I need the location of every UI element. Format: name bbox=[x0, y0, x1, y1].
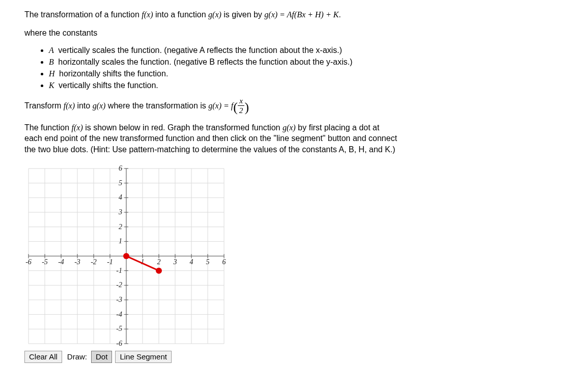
svg-text:-6: -6 bbox=[25, 258, 32, 266]
svg-text:-4: -4 bbox=[116, 310, 122, 318]
math-fx: f(x) bbox=[142, 10, 153, 19]
close-paren-icon: ) bbox=[244, 100, 249, 115]
clear-all-button[interactable]: Clear All bbox=[24, 351, 62, 363]
fraction-den: 2 bbox=[238, 106, 245, 114]
svg-text:1: 1 bbox=[119, 237, 122, 245]
svg-text:3: 3 bbox=[118, 208, 122, 216]
text: vertically scales the function. (negativ… bbox=[56, 46, 342, 54]
svg-point-78 bbox=[156, 267, 162, 273]
intro-paragraph: The transformation of a function f(x) in… bbox=[24, 9, 534, 20]
text: is given by bbox=[221, 10, 264, 19]
list-item: A vertically scales the function. (negat… bbox=[49, 45, 534, 56]
text: horizontally scales the function. (negat… bbox=[56, 58, 353, 66]
text: The function bbox=[24, 123, 72, 132]
var-H: H bbox=[49, 69, 55, 78]
text: into a function bbox=[153, 10, 209, 19]
svg-text:4: 4 bbox=[119, 193, 122, 201]
list-item: B horizontally scales the function. (neg… bbox=[49, 57, 534, 68]
list-item: K vertically shifts the function. bbox=[49, 80, 534, 91]
transform-paragraph: Transform f(x) into g(x) where the trans… bbox=[24, 98, 534, 115]
where-label: where the constants bbox=[24, 27, 534, 39]
text: horizontally shifts the function. bbox=[57, 69, 169, 78]
fraction: x2 bbox=[238, 97, 245, 114]
svg-text:-5: -5 bbox=[116, 325, 122, 332]
svg-text:4: 4 bbox=[190, 258, 193, 266]
text: the two blue dots. (Hint: Use pattern-ma… bbox=[24, 145, 395, 154]
list-item: H horizontally shifts the function. bbox=[49, 69, 534, 79]
text: vertically shifts the function. bbox=[57, 81, 158, 90]
text: into bbox=[75, 101, 93, 110]
math-gx: g(x) bbox=[283, 123, 296, 132]
svg-text:-3: -3 bbox=[74, 258, 80, 266]
svg-text:-6: -6 bbox=[116, 340, 122, 347]
svg-text:-4: -4 bbox=[58, 258, 64, 266]
instructions-paragraph: The function f(x) is shown below in red.… bbox=[24, 122, 534, 155]
math-gx: g(x) bbox=[93, 101, 106, 110]
math-equation: g(x) = Af(Bx + H) + K bbox=[264, 10, 339, 19]
svg-text:-1: -1 bbox=[107, 258, 113, 266]
svg-text:-5: -5 bbox=[42, 258, 48, 266]
dot-tool-button[interactable]: Dot bbox=[91, 351, 112, 363]
svg-text:-1: -1 bbox=[116, 266, 122, 274]
svg-text:2: 2 bbox=[119, 222, 122, 230]
text: is shown below in red. Graph the transfo… bbox=[83, 123, 283, 132]
var-A: A bbox=[49, 46, 54, 54]
math-fx: f(x) bbox=[72, 123, 83, 132]
svg-text:6: 6 bbox=[119, 164, 122, 172]
math-gx: g(x) bbox=[208, 10, 221, 19]
math-lhs: g(x) = f bbox=[208, 101, 233, 110]
svg-text:-3: -3 bbox=[116, 296, 122, 303]
graph-canvas[interactable]: -6-5-4-3-2-1123456-6-5-4-3-2-1123456 bbox=[24, 164, 534, 348]
svg-text:-2: -2 bbox=[116, 281, 122, 289]
text: each end point of the new transformed fu… bbox=[24, 134, 397, 143]
svg-text:-2: -2 bbox=[91, 258, 97, 266]
open-paren-icon: ( bbox=[233, 100, 238, 115]
text: The transformation of a function bbox=[24, 10, 142, 19]
svg-text:6: 6 bbox=[222, 258, 226, 266]
fraction-num: x bbox=[238, 97, 245, 105]
var-B: B bbox=[49, 58, 54, 66]
svg-text:5: 5 bbox=[119, 179, 122, 186]
svg-point-77 bbox=[123, 253, 129, 259]
line-segment-tool-button[interactable]: Line Segment bbox=[115, 351, 172, 363]
text: where the transformation is bbox=[105, 101, 208, 110]
constants-list: A vertically scales the function. (negat… bbox=[24, 45, 534, 91]
text: Transform bbox=[24, 101, 64, 110]
svg-text:3: 3 bbox=[173, 258, 177, 266]
text: by first placing a dot at bbox=[296, 123, 380, 132]
svg-text:5: 5 bbox=[206, 258, 210, 266]
text: . bbox=[339, 10, 341, 19]
svg-text:2: 2 bbox=[157, 258, 161, 266]
graph-toolbar: Clear All Draw: Dot Line Segment bbox=[24, 351, 534, 363]
draw-label: Draw: bbox=[67, 352, 87, 361]
var-K: K bbox=[49, 81, 54, 90]
math-fx: f(x) bbox=[64, 101, 75, 110]
